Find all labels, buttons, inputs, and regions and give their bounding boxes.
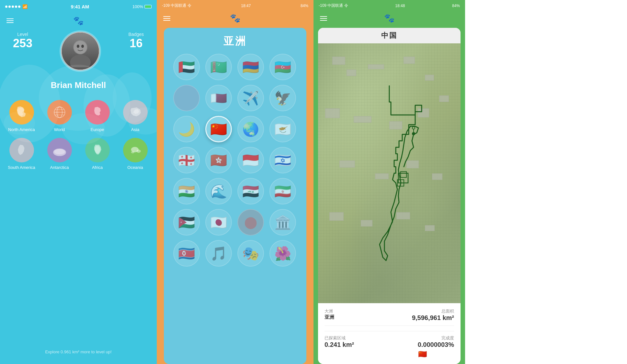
status-right-1: 100% bbox=[132, 4, 152, 9]
paw-logo-3: 🐾 bbox=[384, 13, 394, 23]
flag-qa[interactable]: 🇶🇦 bbox=[205, 85, 232, 111]
info-divider-2 bbox=[325, 331, 454, 331]
region-label-north-america: North America bbox=[8, 127, 35, 133]
s3-status-time: 18:48 bbox=[395, 4, 405, 8]
badges-value: 16 bbox=[129, 37, 144, 50]
menu-button-1[interactable] bbox=[6, 18, 14, 23]
status-bar-left-1: 📶 bbox=[5, 4, 28, 9]
wifi-icon-1: 📶 bbox=[22, 4, 28, 9]
region-label-europe: Europe bbox=[91, 127, 104, 133]
svg-point-25 bbox=[412, 132, 415, 136]
region-asia[interactable]: Asia bbox=[119, 100, 152, 133]
region-north-america[interactable]: North America bbox=[5, 100, 38, 133]
level-label: Level bbox=[13, 32, 32, 37]
level-block: Level 253 bbox=[13, 32, 32, 71]
region-label-antarctica: Antarctica bbox=[50, 165, 69, 171]
avatar-image bbox=[62, 33, 99, 70]
region-antarctica[interactable]: Antarctica bbox=[43, 138, 76, 171]
region-africa[interactable]: Africa bbox=[81, 138, 114, 171]
svg-point-27 bbox=[412, 127, 415, 129]
info-divider bbox=[325, 325, 454, 326]
explored-block: 已探索区域 0.241 km² bbox=[325, 335, 388, 359]
flag-id[interactable]: 🇮🇩 bbox=[237, 147, 264, 173]
region-label-africa: Africa bbox=[92, 165, 103, 171]
region-label-world: World bbox=[54, 127, 65, 133]
flag-wave[interactable]: 🌊 bbox=[205, 178, 232, 204]
profile-section: Level 253 Badges 16 bbox=[0, 32, 157, 100]
flags-grid: 🇦🇪 🇹🇲 🇦🇲 🇦🇿 🇶🇦 ✈️ 🦅 🌙 🇨🇳 🌏 🇨🇾 🇬🇪 🇭🇰 🇮🇩 🇮… bbox=[167, 54, 303, 267]
flag-tm[interactable]: 🇹🇲 bbox=[205, 54, 232, 80]
menu-button-2[interactable] bbox=[163, 16, 170, 21]
flag-globe[interactable]: 🌏 bbox=[237, 116, 264, 142]
region-world[interactable]: World bbox=[43, 100, 76, 133]
region-circle-asia bbox=[123, 100, 148, 125]
continent-label: 大洲 亚洲 bbox=[325, 308, 388, 322]
flag-building[interactable]: 🏛️ bbox=[269, 209, 296, 236]
battery-percent-1: 100% bbox=[132, 4, 143, 9]
gps-track bbox=[318, 43, 461, 303]
flag-ge[interactable]: 🇬🇪 bbox=[173, 147, 200, 173]
s3-status-right: 84% bbox=[452, 4, 460, 8]
paw-logo-2: 🐾 bbox=[230, 13, 240, 23]
map-container bbox=[318, 43, 461, 303]
china-panel: 中国 bbox=[318, 28, 461, 364]
flag-am[interactable]: 🇦🇲 bbox=[237, 54, 264, 80]
asia-panel: 亚洲 🇦🇪 🇹🇲 🇦🇲 🇦🇿 🇶🇦 ✈️ 🦅 🌙 🇨🇳 🌏 🇨🇾 🇬🇪 🇭🇰 🇮… bbox=[164, 28, 306, 364]
status-bar-2: -109 中国联通 令 18:47 84% bbox=[157, 0, 314, 11]
region-oceania[interactable]: Oceania bbox=[119, 138, 152, 171]
s3-status-left: -109 中国联通 令 bbox=[319, 3, 348, 8]
flag-cn[interactable]: 🇨🇳 bbox=[205, 116, 232, 142]
flag-crescent[interactable]: 🌙 bbox=[173, 116, 200, 142]
flag-uae[interactable]: 🇦🇪 bbox=[173, 54, 200, 80]
flag-ir[interactable]: 🇮🇷 bbox=[269, 178, 296, 204]
region-circle-world bbox=[47, 100, 72, 125]
region-label-asia: Asia bbox=[131, 127, 139, 133]
s2-status-left: -109 中国联通 令 bbox=[162, 3, 191, 8]
flag-jp[interactable]: 🇯🇵 bbox=[205, 209, 232, 236]
nav-bar-2: 🐾 bbox=[157, 11, 314, 25]
screen3: -109 中国联通 令 18:48 84% 🐾 中国 bbox=[314, 0, 465, 364]
regions-grid: North America World Europe bbox=[0, 100, 157, 171]
svg-point-11 bbox=[81, 45, 84, 48]
flag-plane[interactable]: ✈️ bbox=[237, 85, 264, 111]
flag-iq[interactable]: 🇮🇶 bbox=[237, 178, 264, 204]
region-circle-north-america bbox=[9, 100, 34, 125]
level-up-hint: Explore 0.961 km² more to level up! bbox=[45, 349, 111, 354]
badges-label: Badges bbox=[129, 32, 144, 37]
screen2: -109 中国联通 令 18:47 84% 🐾 亚洲 🇦🇪 🇹🇲 🇦🇲 🇦🇿 🇶… bbox=[157, 0, 314, 364]
region-circle-oceania bbox=[123, 138, 148, 162]
flag-flower[interactable]: 🌺 bbox=[269, 240, 296, 267]
top-nav-1: 🐾 bbox=[0, 13, 157, 28]
svg-point-10 bbox=[77, 45, 79, 48]
svg-rect-24 bbox=[401, 172, 406, 178]
region-label-oceania: Oceania bbox=[127, 165, 143, 171]
s2-status-time: 18:47 bbox=[241, 4, 251, 8]
badges-block: Badges 16 bbox=[129, 32, 144, 71]
svg-point-20 bbox=[136, 149, 141, 153]
asia-title: 亚洲 bbox=[223, 34, 247, 49]
flag-masks[interactable]: 🎭 bbox=[237, 240, 264, 267]
flag-jo[interactable]: 🇯🇴 bbox=[173, 209, 200, 236]
region-circle-antarctica bbox=[47, 138, 72, 162]
region-south-america[interactable]: South America bbox=[5, 138, 38, 171]
flag-in[interactable]: 🇮🇳 bbox=[173, 178, 200, 204]
time-1: 9:41 AM bbox=[71, 4, 89, 9]
signal-dots bbox=[5, 6, 20, 8]
flag-kz-plain[interactable] bbox=[173, 85, 200, 111]
paw-logo-1: 🐾 bbox=[73, 16, 84, 26]
flag-il[interactable]: 🇮🇱 bbox=[269, 147, 296, 173]
stats-row: Level 253 Badges 16 bbox=[13, 32, 144, 71]
flag-az[interactable]: 🇦🇿 bbox=[269, 54, 296, 80]
avatar[interactable] bbox=[61, 32, 100, 71]
flag-circle-red[interactable]: ⬤ bbox=[237, 209, 264, 236]
flag-eagle[interactable]: 🦅 bbox=[269, 85, 296, 111]
flag-hk[interactable]: 🇭🇰 bbox=[205, 147, 232, 173]
battery-icon-1 bbox=[144, 5, 152, 8]
menu-button-3[interactable] bbox=[320, 16, 327, 21]
svg-point-9 bbox=[74, 41, 87, 54]
user-name: Brian Mitchell bbox=[51, 80, 106, 90]
flag-music[interactable]: 🎵 bbox=[205, 240, 232, 267]
flag-cy[interactable]: 🇨🇾 bbox=[269, 116, 296, 142]
flag-kp[interactable]: 🇰🇵 bbox=[173, 240, 200, 267]
region-europe[interactable]: Europe bbox=[81, 100, 114, 133]
